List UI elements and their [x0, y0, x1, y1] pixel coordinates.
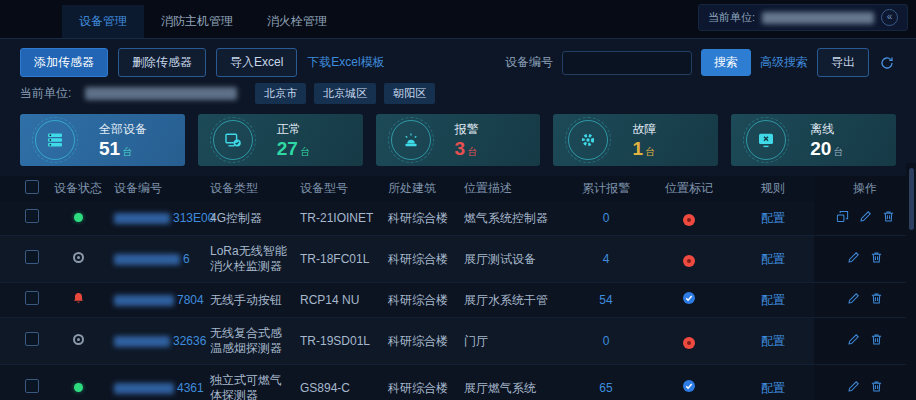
column-header: 规则: [732, 176, 814, 201]
delete-sensor-button[interactable]: 删除传感器: [118, 48, 206, 77]
alarm-count-link[interactable]: 54: [599, 293, 612, 307]
device-number-link[interactable]: 7804: [177, 293, 204, 307]
delete-button[interactable]: [870, 380, 883, 396]
alarm-count-cell: 4: [566, 236, 646, 283]
edit-button[interactable]: [859, 210, 872, 226]
search-button[interactable]: 搜索: [701, 49, 751, 76]
stat-label: 故障: [632, 121, 656, 138]
device-number-link[interactable]: 6: [183, 252, 190, 266]
region-chips: 北京市北京城区朝阳区: [255, 83, 435, 104]
stat-text: 离线20台: [810, 121, 843, 159]
scrollbar-thumb[interactable]: [909, 168, 914, 230]
stat-card-offline[interactable]: 离线20台: [731, 114, 896, 166]
toolbar: 添加传感器 删除传感器 导入Excel 下载Excel模板 设备编号 搜索 高级…: [20, 48, 896, 77]
assign-device-button[interactable]: [836, 210, 849, 226]
stat-text: 全部设备51台: [99, 121, 147, 159]
table-row: 6LoRa无线智能消火栓监测器TR-18FC01L科研综合楼展厅测试设备4配置: [0, 236, 916, 283]
device-number-cell: 6: [110, 236, 206, 283]
rule-configure-link[interactable]: 配置: [761, 381, 785, 395]
device-model-cell: TR-21IOINET: [296, 201, 384, 236]
device-number-link[interactable]: 4361: [177, 381, 204, 395]
operations-cell: [814, 236, 916, 283]
stat-number: 27: [277, 138, 298, 159]
rule-cell: 配置: [732, 201, 814, 236]
status-alarm-icon: [72, 294, 85, 308]
row-checkbox[interactable]: [25, 291, 39, 305]
status-online-icon: [74, 213, 83, 222]
edit-button[interactable]: [847, 251, 860, 267]
stat-unit: 台: [645, 146, 655, 157]
stat-cards: 全部设备51台正常27台报警3台故障1台离线20台: [20, 114, 896, 166]
rule-configure-link[interactable]: 配置: [761, 293, 785, 307]
delete-button[interactable]: [870, 251, 883, 267]
device-table: 设备状态设备编号设备类型设备型号所处建筑位置描述累计报警位置标记规则操作 313…: [0, 176, 916, 400]
edit-button[interactable]: [847, 380, 860, 396]
download-excel-template-link[interactable]: 下载Excel模板: [307, 54, 384, 71]
device-no-input[interactable]: [562, 51, 692, 75]
stat-unit: 台: [300, 146, 310, 157]
rule-configure-link[interactable]: 配置: [761, 252, 785, 266]
row-select-cell: [0, 201, 46, 236]
column-header: 所处建筑: [384, 176, 460, 201]
select-all-checkbox[interactable]: [25, 180, 39, 194]
device-number-redacted: [114, 295, 174, 306]
row-checkbox[interactable]: [25, 332, 39, 346]
stat-card-normal[interactable]: 正常27台: [198, 114, 363, 166]
device-number-redacted: [114, 254, 180, 265]
column-header: 操作: [814, 176, 916, 201]
edit-button[interactable]: [847, 292, 860, 308]
device-model-cell: TR-18FC01L: [296, 236, 384, 283]
rule-cell: 配置: [732, 318, 814, 365]
device-model-cell: RCP14 NU: [296, 283, 384, 318]
row-checkbox[interactable]: [25, 250, 39, 264]
rule-configure-link[interactable]: 配置: [761, 334, 785, 348]
stat-card-fault[interactable]: 故障1台: [553, 114, 718, 166]
delete-button[interactable]: [870, 292, 883, 308]
alarm-count-link[interactable]: 0: [603, 211, 610, 225]
import-excel-button[interactable]: 导入Excel: [216, 48, 297, 77]
alarm-count-cell: 65: [566, 365, 646, 400]
export-button[interactable]: 导出: [817, 48, 869, 77]
tab-device-management[interactable]: 设备管理: [62, 5, 144, 38]
add-sensor-button[interactable]: 添加传感器: [20, 48, 108, 77]
stat-card-all[interactable]: 全部设备51台: [20, 114, 185, 166]
stat-number: 1: [632, 138, 643, 159]
tab-fire-host-management[interactable]: 消防主机管理: [144, 5, 250, 38]
location-marker-cell: [646, 318, 732, 365]
alarm-count-link[interactable]: 4: [603, 252, 610, 266]
device-number-cell: 313E00: [110, 201, 206, 236]
device-number-redacted: [114, 213, 170, 224]
column-header: 设备编号: [110, 176, 206, 201]
location-marker-cell: [646, 201, 732, 236]
device-no-label: 设备编号: [505, 54, 553, 71]
collapse-icon[interactable]: «: [881, 9, 898, 26]
stat-label: 全部设备: [99, 121, 147, 138]
edit-button[interactable]: [847, 333, 860, 349]
location-marker-cell: [646, 236, 732, 283]
region-chip[interactable]: 北京城区: [314, 83, 376, 104]
row-checkbox[interactable]: [25, 379, 39, 393]
alarm-count-cell: 0: [566, 201, 646, 236]
stat-card-alarm[interactable]: 报警3台: [376, 114, 541, 166]
building-cell: 科研综合楼: [384, 318, 460, 365]
device-number-link[interactable]: 313E00: [173, 211, 214, 225]
current-unit-box: 当前单位: «: [698, 4, 908, 31]
row-checkbox[interactable]: [25, 209, 39, 223]
tab-bar: 设备管理消防主机管理消火栓管理: [62, 5, 344, 38]
location-unmarked-icon: [683, 337, 695, 349]
alarm-count-link[interactable]: 65: [599, 381, 612, 395]
delete-button[interactable]: [882, 210, 895, 226]
delete-button[interactable]: [870, 333, 883, 349]
device-number-link[interactable]: 32636: [173, 334, 206, 348]
alarm-count-link[interactable]: 0: [603, 334, 610, 348]
region-chip[interactable]: 朝阳区: [384, 83, 435, 104]
stat-text: 故障1台: [632, 121, 656, 159]
refresh-icon[interactable]: [878, 54, 896, 72]
region-chip[interactable]: 北京市: [255, 83, 306, 104]
advanced-search-link[interactable]: 高级搜索: [760, 54, 808, 71]
tab-hydrant-management[interactable]: 消火栓管理: [250, 5, 344, 38]
location-cell: 展厅水系统干管: [460, 283, 566, 318]
device-number-cell: 7804: [110, 283, 206, 318]
device-type-cell: 独立式可燃气体探测器: [206, 365, 296, 400]
rule-configure-link[interactable]: 配置: [761, 211, 785, 225]
